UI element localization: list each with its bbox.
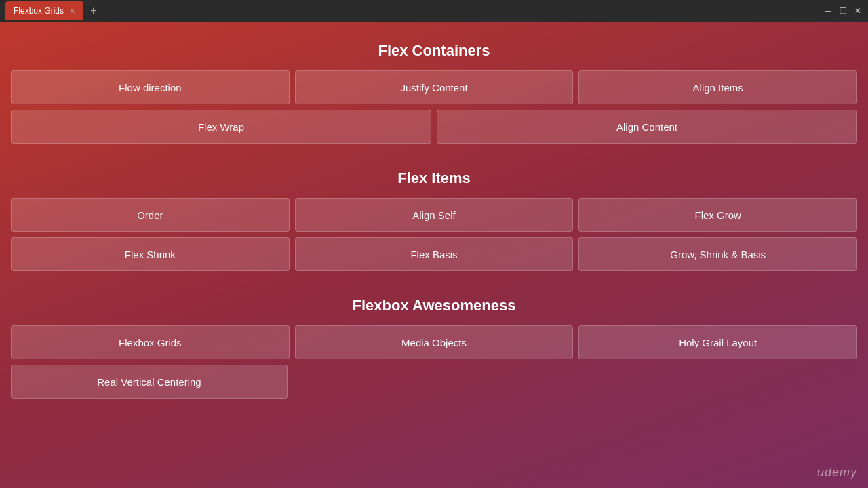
section-flex-items: Flex Items Order Align Self Flex Grow Fl… <box>11 163 857 277</box>
restore-button[interactable]: ❐ <box>838 6 848 16</box>
justify-content-button[interactable]: Justify Content <box>295 70 574 104</box>
active-tab[interactable]: Flexbox Grids ✕ <box>5 1 83 20</box>
flex-containers-title: Flex Containers <box>11 42 857 60</box>
order-button[interactable]: Order <box>11 198 290 232</box>
holy-grail-layout-button[interactable]: Holy Grail Layout <box>578 325 857 359</box>
tab-label: Flexbox Grids <box>14 6 64 16</box>
grow-shrink-basis-button[interactable]: Grow, Shrink & Basis <box>578 237 857 271</box>
flex-containers-row-2: Flex Wrap Align Content <box>11 110 857 144</box>
section-flex-containers: Flex Containers Flow direction Justify C… <box>11 35 857 149</box>
flex-grow-button[interactable]: Flex Grow <box>578 198 857 232</box>
tab-bar: Flexbox Grids ✕ + <box>5 0 100 22</box>
spacer-2 <box>11 277 857 290</box>
flex-basis-button[interactable]: Flex Basis <box>295 237 574 271</box>
section-flexbox-awesomeness: Flexbox Awesomeness Flexbox Grids Media … <box>11 290 857 404</box>
spacer-1 <box>11 149 857 163</box>
flexbox-awesomeness-title: Flexbox Awesomeness <box>11 297 857 314</box>
align-content-button[interactable]: Align Content <box>437 110 857 144</box>
flex-items-row-2: Flex Shrink Flex Basis Grow, Shrink & Ba… <box>11 237 857 271</box>
browser-chrome: Flexbox Grids ✕ + ─ ❐ ✕ <box>0 0 868 22</box>
real-vertical-centering-button[interactable]: Real Vertical Centering <box>11 365 288 399</box>
media-objects-button[interactable]: Media Objects <box>295 325 574 359</box>
flex-containers-row-1: Flow direction Justify Content Align Ite… <box>11 70 857 104</box>
udemy-watermark: udemy <box>817 466 857 480</box>
main-content: Flex Containers Flow direction Justify C… <box>0 22 868 488</box>
minimize-button[interactable]: ─ <box>823 6 833 16</box>
flexbox-grids-button[interactable]: Flexbox Grids <box>11 325 290 359</box>
flow-direction-button[interactable]: Flow direction <box>11 70 290 104</box>
tab-close-button[interactable]: ✕ <box>69 7 75 16</box>
flex-items-row-1: Order Align Self Flex Grow <box>11 198 857 232</box>
close-window-button[interactable]: ✕ <box>853 6 863 16</box>
new-tab-button[interactable]: + <box>86 5 100 17</box>
awesomeness-row-2: Real Vertical Centering <box>11 365 857 399</box>
align-self-button[interactable]: Align Self <box>295 198 574 232</box>
window-controls: ─ ❐ ✕ <box>823 6 863 16</box>
awesomeness-row-1: Flexbox Grids Media Objects Holy Grail L… <box>11 325 857 359</box>
flex-wrap-button[interactable]: Flex Wrap <box>11 110 431 144</box>
flex-shrink-button[interactable]: Flex Shrink <box>11 237 290 271</box>
flex-items-title: Flex Items <box>11 169 857 187</box>
align-items-button[interactable]: Align Items <box>578 70 857 104</box>
